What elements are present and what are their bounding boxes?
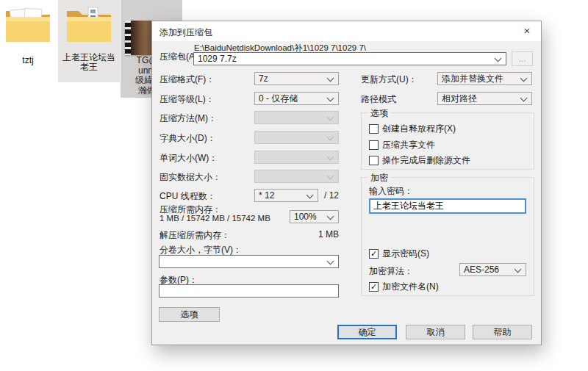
format-combobox[interactable]: 7z [254,72,339,85]
ok-button[interactable]: 确定 [337,325,397,339]
folder-icon [65,4,112,44]
memory-percent-combobox[interactable]: 100% [290,210,339,223]
chevron-down-icon [327,114,334,121]
level-label: 压缩等级(L)： [159,93,215,106]
desktop-item-label: 上老王论坛当老王 [58,53,120,72]
desktop-item-label: tztj [0,56,56,65]
memory-compress-detail: 1 MB / 15742 MB / 15742 MB [159,214,270,223]
chevron-down-icon [327,258,334,265]
memory-decompress-label: 解压缩所需内存： [159,229,230,242]
checkbox-icon[interactable] [369,140,379,150]
desktop-item-tztj[interactable]: tztj [0,3,56,73]
desktop-item-folder-selected[interactable]: 上老王论坛当老王 [58,0,120,82]
encryption-group: 加密 输入密码： ✓ 显示密码(S) 加密算法： AES-256 ✓ 加密文件名… [361,177,534,296]
checkbox-icon[interactable] [369,156,379,165]
update-mode-label: 更新方式(U)： [361,73,417,86]
password-input[interactable] [369,198,526,214]
dictionary-combobox [254,131,339,144]
browse-button[interactable]: ... [512,51,533,66]
add-to-archive-dialog: 添加到压缩包 × 压缩包(A)： E:\BaiduNetdiskDownload… [151,21,542,345]
chevron-down-icon [327,154,334,161]
folder-icon [4,4,51,44]
close-icon[interactable]: × [513,21,541,41]
encryption-method-combobox[interactable]: AES-256 [459,263,526,276]
show-password-checkbox[interactable]: ✓ 显示密码(S) [369,248,429,259]
checkbox-icon[interactable] [369,124,379,134]
create-sfx-checkbox[interactable]: 创建自释放程序(X) [369,123,456,134]
checkbox-icon[interactable]: ✓ [369,282,379,292]
checkbox-icon[interactable]: ✓ [369,249,379,259]
encryption-method-label: 加密算法： [369,265,413,278]
volume-size-combobox[interactable] [159,255,339,268]
path-mode-label: 路径模式 [361,93,396,106]
encryption-group-title: 加密 [368,172,391,184]
options-group: 选项 创建自释放程序(X) 压缩共享文件 操作完成后删除源文件 [361,112,534,170]
encrypt-filenames-checkbox[interactable]: ✓ 加密文件名(N) [369,281,439,292]
cpu-threads-max: / 12 [314,190,339,201]
method-combobox [254,111,339,124]
update-mode-combobox[interactable]: 添加并替换文件 [437,72,532,85]
archive-name-combobox[interactable]: 1029 7.7z [193,52,506,65]
help-button[interactable]: 帮助 [473,325,532,339]
delete-after-checkbox[interactable]: 操作完成后删除源文件 [369,155,470,165]
chevron-down-icon [306,192,314,199]
memory-decompress-value: 1 MB [299,229,339,239]
chevron-down-icon [520,75,528,82]
chevron-down-icon [327,95,334,102]
compress-shared-checkbox[interactable]: 压缩共享文件 [369,140,435,150]
word-size-combobox [254,151,339,164]
solid-size-combobox [254,170,339,183]
method-label: 压缩方法(M)： [159,112,217,125]
chevron-down-icon [520,95,528,102]
level-combobox[interactable]: 0 - 仅存储 [254,92,339,105]
cpu-threads-label: CPU 线程数： [159,190,216,203]
chevron-down-icon [514,266,522,273]
chevron-down-icon [495,55,502,62]
filmstrip-icon [125,21,131,55]
dictionary-label: 字典大小(D)： [159,132,216,145]
title-bar[interactable]: 添加到压缩包 × [152,21,541,41]
options-button[interactable]: 选项 [159,307,220,322]
chevron-down-icon [327,134,334,141]
chevron-down-icon [327,75,334,82]
format-label: 压缩格式(F)： [159,73,215,86]
parameters-input[interactable] [159,284,339,298]
password-label: 输入密码： [369,185,413,198]
options-group-title: 选项 [368,107,391,120]
path-mode-combobox[interactable]: 相对路径 [437,92,532,105]
word-size-label: 单词大小(W)： [159,152,218,165]
chevron-down-icon [327,173,334,180]
cpu-threads-combobox[interactable]: * 12 [254,189,318,202]
solid-size-label: 固实数据大小： [159,171,221,184]
chevron-down-icon [327,213,334,220]
dialog-title: 添加到压缩包 [159,26,212,39]
cancel-button[interactable]: 取消 [406,325,465,339]
